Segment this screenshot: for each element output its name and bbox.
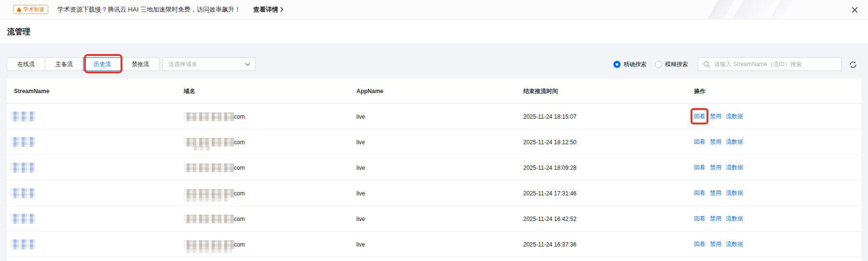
- refresh-icon: [849, 60, 857, 69]
- promo-message: 学术资源下载慢？腾讯云 HAI 三地加速限时免费，访问效率飙升！: [57, 5, 241, 14]
- operations-cell: 回看 禁用 流数据: [694, 180, 743, 206]
- search-mode-group: 精确搜索 模糊搜索: [613, 57, 688, 71]
- operations-cell: 回看 禁用 流数据: [694, 232, 743, 257]
- column-header-appname: AppName: [356, 79, 383, 104]
- app-name-cell: live: [356, 180, 365, 206]
- stream-name-cell: [11, 129, 35, 155]
- redacted-domain: [184, 138, 234, 147]
- disable-link[interactable]: 禁用: [710, 240, 721, 248]
- promo-details-link[interactable]: 查看详情: [253, 5, 284, 14]
- table-row: com live 2025-11-24 18:15:07 回看 禁用 流数据: [7, 104, 861, 129]
- controls-bar: 在线流 主备流 历史流 禁推流 请选择域名 精确搜索: [7, 57, 861, 71]
- tab-label: 禁推流: [132, 60, 149, 69]
- search-icon: [703, 61, 710, 68]
- exact-search-label: 精确搜索: [624, 60, 647, 69]
- stream-name-cell: [11, 180, 35, 206]
- tab-label: 主备流: [55, 60, 73, 69]
- redacted-stream-name: [11, 214, 35, 224]
- redacted-stream-name: [11, 239, 35, 249]
- domain-cell: com: [184, 232, 245, 257]
- replay-link[interactable]: 回看: [694, 240, 705, 248]
- app-name-cell: live: [356, 155, 365, 180]
- disable-link[interactable]: 禁用: [710, 215, 721, 223]
- domain-select-placeholder: 请选择域名: [168, 60, 245, 69]
- banner-decor-streak: [731, 0, 776, 19]
- promo-details-label: 查看详情: [253, 5, 278, 14]
- end-time-cell: 2025-11-24 18:12:50: [523, 129, 577, 155]
- domain-suffix: com: [234, 113, 245, 120]
- disable-link[interactable]: 禁用: [710, 189, 721, 197]
- app-name-cell: live: [356, 129, 365, 155]
- stream-data-link[interactable]: 流数据: [726, 138, 743, 146]
- end-time-cell: 2025-11-24 16:42:52: [523, 206, 577, 232]
- stream-data-link[interactable]: 流数据: [726, 164, 743, 172]
- operations-cell: 回看 禁用 流数据: [694, 129, 743, 155]
- page-title: 流管理: [7, 20, 30, 43]
- redacted-domain: [184, 112, 234, 121]
- stream-name-cell: [11, 232, 35, 257]
- redacted-domain: [184, 240, 234, 249]
- disable-link[interactable]: 禁用: [710, 138, 721, 146]
- radio-selected-icon: [613, 61, 621, 68]
- domain-cell: com: [184, 206, 245, 232]
- replay-link[interactable]: 回看: [694, 138, 705, 146]
- promo-banner: 学术加速 学术资源下载慢？腾讯云 HAI 三地加速限时免费，访问效率飙升！ 查看…: [0, 0, 868, 19]
- tab-history-streams[interactable]: 历史流: [83, 57, 122, 71]
- table-row: com live 2025-11-24 16:37:36 回看 禁用 流数据: [7, 232, 861, 257]
- tab-label: 历史流: [94, 60, 111, 69]
- stream-search-box: [698, 57, 841, 71]
- tab-forbidden-streams[interactable]: 禁推流: [121, 57, 160, 71]
- redacted-stream-name: [11, 163, 35, 173]
- replay-link[interactable]: 回看: [694, 189, 705, 197]
- table-row: com live 2025-11-24 18:09:28 回看 禁用 流数据: [7, 155, 861, 180]
- domain-select[interactable]: 请选择域名: [163, 57, 256, 71]
- redacted-domain: [184, 215, 234, 223]
- end-time-cell: 2025-11-24 18:15:07: [523, 104, 577, 129]
- refresh-button[interactable]: [848, 60, 858, 69]
- redacted-domain: [184, 164, 234, 172]
- replay-link[interactable]: 回看: [694, 215, 705, 223]
- stream-type-tabs: 在线流 主备流 历史流 禁推流: [7, 57, 160, 71]
- domain-cell: com: [184, 104, 245, 129]
- operations-cell: 回看 禁用 流数据: [694, 206, 743, 232]
- redacted-domain-extra: [191, 146, 210, 151]
- fuzzy-search-label: 模糊搜索: [665, 60, 688, 69]
- domain-cell: com: [184, 129, 245, 155]
- chevron-right-icon: [280, 7, 284, 12]
- app-name-cell: live: [356, 232, 365, 257]
- tab-primary-backup-streams[interactable]: 主备流: [45, 57, 83, 71]
- close-icon: [851, 6, 858, 14]
- operations-cell: 回看 禁用 流数据: [694, 155, 743, 180]
- stream-search-input[interactable]: [714, 61, 837, 68]
- replay-link[interactable]: 回看: [694, 164, 705, 172]
- redacted-stream-name: [11, 137, 35, 147]
- tab-online-streams[interactable]: 在线流: [7, 57, 45, 71]
- disable-link[interactable]: 禁用: [710, 112, 721, 121]
- app-name-cell: live: [356, 104, 365, 129]
- domain-suffix: com: [234, 241, 245, 248]
- table-row: com live 2025-11-24 18:12:50 回看 禁用 流数据: [7, 129, 861, 155]
- page-header: 流管理: [0, 20, 868, 43]
- stream-data-link[interactable]: 流数据: [726, 112, 743, 121]
- domain-cell: com: [184, 180, 245, 206]
- column-header-domain: 域名: [184, 79, 195, 104]
- redacted-stream-name: [11, 111, 35, 122]
- column-header-end-time: 结束推流时间: [523, 79, 558, 104]
- stream-data-link[interactable]: 流数据: [726, 240, 743, 248]
- disable-link[interactable]: 禁用: [710, 164, 721, 172]
- stream-management-screen: 学术加速 学术资源下载慢？腾讯云 HAI 三地加速限时免费，访问效率飙升！ 查看…: [0, 0, 868, 261]
- operations-cell: 回看 禁用 流数据: [694, 104, 743, 129]
- stream-name-cell: [11, 206, 35, 232]
- stream-table: StreamName 域名 AppName 结束推流时间 操作 com live…: [7, 79, 861, 261]
- stream-data-link[interactable]: 流数据: [726, 189, 743, 197]
- promo-badge: 学术加速: [13, 5, 48, 14]
- replay-link[interactable]: 回看: [694, 113, 705, 120]
- end-time-cell: 2025-11-24 16:37:36: [523, 232, 577, 257]
- redacted-domain-extra: [184, 248, 232, 253]
- stream-data-link[interactable]: 流数据: [726, 215, 743, 223]
- domain-cell: com: [184, 155, 245, 180]
- banner-close-button[interactable]: [851, 6, 858, 14]
- exact-search-radio[interactable]: 精确搜索: [613, 60, 647, 69]
- redacted-domain: [184, 189, 234, 198]
- fuzzy-search-radio[interactable]: 模糊搜索: [655, 60, 688, 69]
